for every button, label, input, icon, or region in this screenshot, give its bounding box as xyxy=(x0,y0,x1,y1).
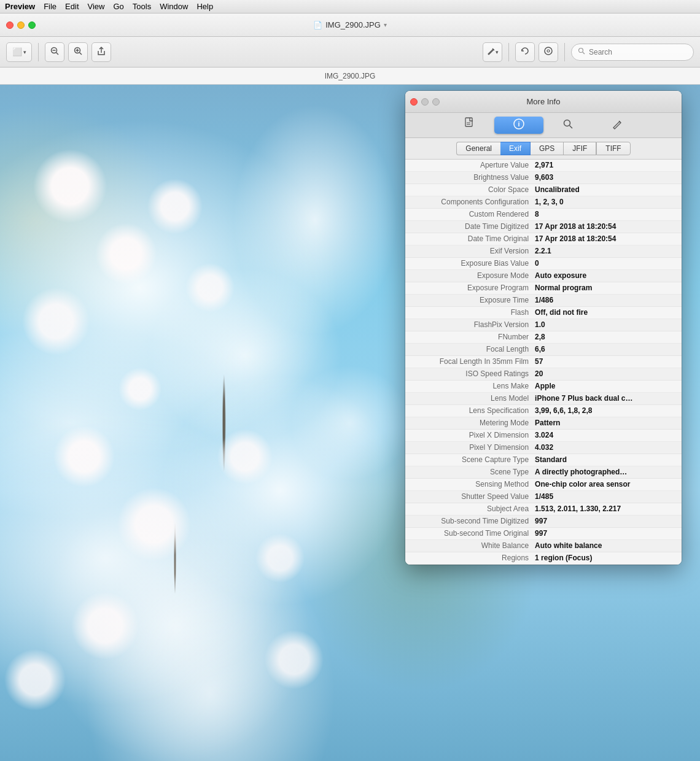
row-label: Focal Length xyxy=(413,345,534,353)
exif-data-table: Aperture Value 2,971 Brightness Value 9,… xyxy=(405,160,682,565)
menu-view[interactable]: View xyxy=(88,2,105,11)
table-row: Components Configuration 1, 2, 3, 0 xyxy=(405,196,682,209)
menu-edit[interactable]: Edit xyxy=(65,2,79,11)
table-row: Sub-second Time Original 997 xyxy=(405,528,682,540)
share-button[interactable] xyxy=(91,42,111,62)
panel-maximize-button[interactable] xyxy=(432,98,440,106)
row-value: Auto exposure xyxy=(534,271,674,280)
table-row: Aperture Value 2,971 xyxy=(405,160,682,172)
svg-rect-13 xyxy=(465,118,472,126)
row-label: White Balance xyxy=(413,541,534,550)
row-value: 1/485 xyxy=(534,492,674,501)
search-box[interactable] xyxy=(571,44,694,61)
svg-line-12 xyxy=(583,52,585,54)
panel-close-button[interactable] xyxy=(410,98,418,106)
row-label: Flash xyxy=(413,308,534,317)
rotate-icon xyxy=(520,46,530,58)
table-row: Exif Version 2.2.1 xyxy=(405,245,682,258)
row-value: 17 Apr 2018 at 18:20:54 xyxy=(534,234,674,243)
table-row: Exposure Time 1/486 xyxy=(405,295,682,307)
menu-tools[interactable]: Tools xyxy=(133,2,151,11)
row-label: Pixel Y Dimension xyxy=(413,443,534,452)
table-row: Regions 1 region (Focus) xyxy=(405,552,682,565)
annotate-button[interactable] xyxy=(539,42,558,62)
row-label: Scene Type xyxy=(413,468,534,476)
sidebar-toggle-button[interactable]: ⬜ ▾ xyxy=(6,42,32,62)
row-value: 57 xyxy=(534,357,674,366)
row-value: A directly photographed… xyxy=(534,468,674,476)
row-label: Regions xyxy=(413,554,534,562)
maximize-button[interactable] xyxy=(28,21,36,29)
table-row: Sub-second Time Digitized 997 xyxy=(405,516,682,528)
svg-line-4 xyxy=(80,53,82,55)
row-label: Exposure Time xyxy=(413,296,534,304)
tab-search-icon[interactable] xyxy=(543,117,593,134)
dropdown-icon: ▾ xyxy=(384,21,387,28)
row-value: 1, 2, 3, 0 xyxy=(534,198,674,206)
table-row: Flash Off, did not fire xyxy=(405,307,682,319)
row-value: 6,6 xyxy=(534,345,674,353)
row-label: FlashPix Version xyxy=(413,320,534,329)
tab-exif[interactable]: Exif xyxy=(500,142,531,155)
table-row: Date Time Original 17 Apr 2018 at 18:20:… xyxy=(405,233,682,245)
pen-dropdown-icon: ▾ xyxy=(496,49,499,55)
panel-titlebar: More Info xyxy=(405,91,682,113)
file-tab-icon xyxy=(464,117,475,133)
row-value: 3.024 xyxy=(534,431,674,439)
pen-icon xyxy=(487,47,496,57)
svg-point-18 xyxy=(564,120,570,126)
row-label: Exposure Bias Value xyxy=(413,259,534,268)
more-info-panel: More Info i xyxy=(405,91,682,565)
minimize-button[interactable] xyxy=(17,21,25,29)
row-label: Exposure Mode xyxy=(413,271,534,280)
table-row: Exposure Bias Value 0 xyxy=(405,258,682,270)
row-label: Sub-second Time Original xyxy=(413,529,534,538)
row-value: 1/486 xyxy=(534,296,674,304)
svg-line-1 xyxy=(56,53,59,55)
search-icon xyxy=(578,47,585,56)
row-label: Custom Rendered xyxy=(413,210,534,218)
row-label: Date Time Original xyxy=(413,234,534,243)
menu-window[interactable]: Window xyxy=(160,2,188,11)
table-row: Exposure Mode Auto exposure xyxy=(405,270,682,282)
menu-file[interactable]: File xyxy=(44,2,56,11)
table-row: Focal Length 6,6 xyxy=(405,344,682,356)
svg-text:i: i xyxy=(518,120,519,128)
menu-go[interactable]: Go xyxy=(113,2,123,11)
search-input[interactable] xyxy=(589,48,675,56)
table-row: Shutter Speed Value 1/485 xyxy=(405,491,682,503)
zoom-out-button[interactable] xyxy=(45,42,64,62)
annotate-icon xyxy=(543,46,553,58)
tab-jfif[interactable]: JFIF xyxy=(564,142,596,155)
tab-info-icon[interactable]: i xyxy=(494,117,543,134)
row-value: 1 region (Focus) xyxy=(534,554,674,562)
row-value: Uncalibrated xyxy=(534,185,674,194)
tab-gps[interactable]: GPS xyxy=(531,142,564,155)
pen-tool-button[interactable]: ▾ xyxy=(483,42,502,62)
sidebar-icon: ⬜ xyxy=(12,47,22,56)
row-value: 0 xyxy=(534,259,674,268)
menu-help[interactable]: Help xyxy=(196,2,213,11)
search-tab-icon xyxy=(562,118,574,132)
row-label: Color Space xyxy=(413,185,534,194)
tab-file-icon[interactable] xyxy=(445,117,494,134)
row-value: 997 xyxy=(534,517,674,525)
zoom-in-button[interactable] xyxy=(68,42,88,62)
rotate-button[interactable] xyxy=(515,42,535,62)
icon-tabs: i xyxy=(405,113,682,138)
menubar: Preview File Edit View Go Tools Window H… xyxy=(0,0,700,14)
close-button[interactable] xyxy=(6,21,14,29)
row-label: Pixel X Dimension xyxy=(413,431,534,439)
tab-edit-icon[interactable] xyxy=(593,117,642,134)
panel-minimize-button[interactable] xyxy=(421,98,429,106)
table-row: Brightness Value 9,603 xyxy=(405,172,682,184)
row-value: One-chip color area sensor xyxy=(534,480,674,489)
row-value: 3,99, 6,6, 1,8, 2,8 xyxy=(534,406,674,415)
row-value: 8 xyxy=(534,210,674,218)
table-row: Subject Area 1.513, 2.011, 1.330, 2.217 xyxy=(405,503,682,516)
row-label: Exposure Program xyxy=(413,284,534,292)
tab-tiff[interactable]: TIFF xyxy=(596,142,630,155)
edit-tab-icon xyxy=(612,118,623,132)
tab-general[interactable]: General xyxy=(456,142,500,155)
row-value: Apple xyxy=(534,382,674,390)
